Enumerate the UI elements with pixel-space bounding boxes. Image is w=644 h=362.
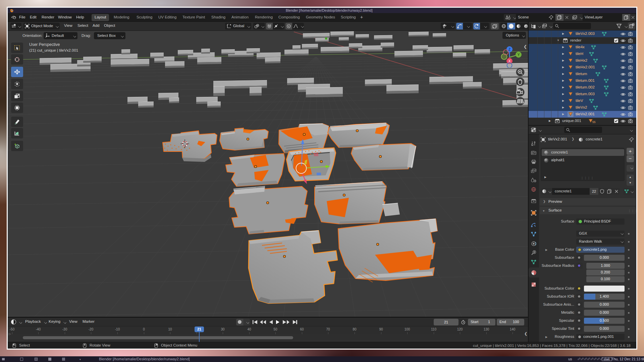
svg-text:Z: Z — [508, 48, 511, 51]
svg-text:X: X — [508, 59, 511, 63]
svg-text:Y: Y — [518, 53, 520, 57]
